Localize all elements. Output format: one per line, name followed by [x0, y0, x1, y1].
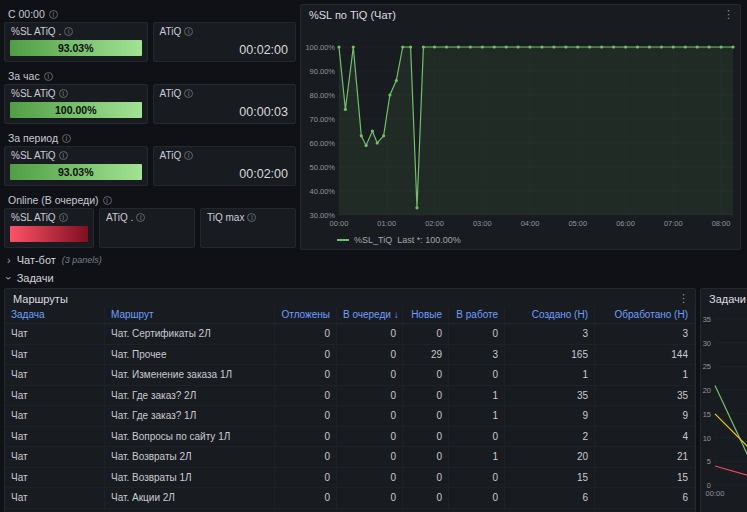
panel-title-text: %SL по TiQ (Чат): [309, 9, 396, 21]
table-cell: 9: [595, 406, 695, 427]
table-cell: 29: [403, 345, 449, 366]
panel-title-text: ATiQ: [160, 26, 182, 37]
table-cell: Чат: [5, 345, 105, 366]
info-icon[interactable]: i: [184, 89, 193, 98]
table-cell: Чат: [5, 468, 105, 489]
table-row[interactable]: ЧатЧат. Возвраты 1Л00001515: [5, 468, 695, 489]
svg-text:5: 5: [707, 457, 711, 466]
stat-value: 00:02:00: [239, 167, 288, 181]
table-cell: Чат. Где заказ? 2Л: [105, 386, 275, 407]
row-title-text: За час: [8, 70, 40, 82]
panel-title-text: %SL ATiQ .: [11, 26, 61, 37]
svg-text:0: 0: [707, 481, 711, 490]
column-header[interactable]: Новые: [403, 307, 449, 324]
panel-title-text: TiQ max: [207, 212, 244, 223]
svg-text:10: 10: [703, 434, 711, 443]
table-header: ЗадачаМаршрутОтложеныВ очереди ↓НовыеВ р…: [5, 307, 695, 324]
svg-text:05:00: 05:00: [568, 219, 587, 228]
tasks-chart[interactable]: 00:0035302520151050: [701, 309, 747, 512]
table-cell: Чат: [5, 406, 105, 427]
column-header[interactable]: Создано (Н): [505, 307, 595, 324]
info-icon[interactable]: i: [184, 151, 193, 160]
table-cell: 0: [449, 488, 505, 509]
table-cell: 165: [505, 345, 595, 366]
column-header[interactable]: В работе: [449, 307, 505, 324]
stat-panel-atiq: ATiQ i 00:02:00: [153, 146, 297, 186]
row-panel-count: (3 panels): [62, 255, 102, 265]
table-cell: 0: [403, 365, 449, 386]
column-header[interactable]: Маршрут: [105, 307, 275, 324]
table-cell: 6: [595, 488, 695, 509]
table-cell: Чат. Где заказ? 1Л: [105, 406, 275, 427]
panel-menu-icon[interactable]: ⋮: [678, 292, 689, 305]
table-cell: 0: [449, 427, 505, 448]
column-header[interactable]: Отложены: [275, 307, 337, 324]
panel-title-text: %SL ATiQ: [11, 150, 56, 161]
row-toggle-chatbot[interactable]: › Чат-бот (3 panels): [7, 254, 102, 266]
svg-text:07:00: 07:00: [664, 219, 683, 228]
panel-menu-icon[interactable]: ⋮: [723, 8, 734, 21]
svg-text:80.00%: 80.00%: [310, 91, 336, 100]
svg-text:30: 30: [703, 339, 711, 348]
info-icon[interactable]: i: [103, 196, 112, 205]
table-row[interactable]: ЧатЧат. Вопросы по сайту 1Л000024: [5, 427, 695, 448]
row-title-text: За период: [8, 132, 58, 144]
table-row[interactable]: ЧатЧат. Акции 2Л000066: [5, 488, 695, 509]
table-cell: 0: [403, 447, 449, 468]
row-title-s3[interactable]: Online (В очереди) i: [8, 193, 112, 207]
column-header[interactable]: В очереди ↓: [337, 307, 403, 324]
info-icon[interactable]: i: [59, 213, 68, 222]
table-row[interactable]: ЧатЧат. Где заказ? 2Л00013535: [5, 386, 695, 407]
table-cell: 0: [275, 324, 337, 345]
table-cell: 15: [595, 468, 695, 489]
row-toggle-tasks[interactable]: › Задачи: [7, 272, 54, 284]
table-cell: 0: [337, 386, 403, 407]
row-title-text: С 00:00: [8, 8, 45, 20]
table-row[interactable]: ЧатЧат. Возвраты 2Л00012021: [5, 447, 695, 468]
svg-text:00:00: 00:00: [330, 219, 349, 228]
table-cell: Чат: [5, 427, 105, 448]
stats-grid-0: %SL ATiQ . i 93.03% ATiQ i 00:02:00: [4, 22, 296, 62]
info-icon[interactable]: i: [59, 151, 68, 160]
table-cell: 0: [337, 447, 403, 468]
info-icon[interactable]: i: [59, 89, 68, 98]
table-cell: 144: [595, 345, 695, 366]
info-icon[interactable]: i: [136, 213, 145, 222]
panel-title: %SL по TiQ (Чат): [301, 5, 740, 21]
chart-legend[interactable]: %SL_TiQ Last *: 100.00%: [337, 235, 461, 245]
table-row[interactable]: ЧатЧат. Где заказ? 1Л000199: [5, 406, 695, 427]
svg-text:40.00%: 40.00%: [310, 187, 336, 196]
table-row[interactable]: ЧатЧат. Изменение заказа 1Л000011: [5, 365, 695, 386]
table-row[interactable]: ЧатЧат. Прочее00293165144: [5, 345, 695, 366]
table-cell: Чат: [5, 488, 105, 509]
svg-text:06:00: 06:00: [616, 219, 635, 228]
table-cell: 35: [595, 386, 695, 407]
legend-series-name[interactable]: %SL_TiQ: [354, 235, 392, 245]
row-label: Задачи: [17, 272, 54, 284]
info-icon[interactable]: i: [64, 27, 73, 36]
table-cell: 0: [403, 386, 449, 407]
table-row[interactable]: ЧатЧат. Сертификаты 2Л000033: [5, 324, 695, 345]
info-icon[interactable]: i: [247, 213, 256, 222]
svg-text:00:00: 00:00: [706, 489, 725, 498]
bar-gauge: 100.00%: [10, 102, 142, 118]
info-icon[interactable]: i: [49, 10, 58, 19]
row-title-s2[interactable]: За период i: [8, 131, 71, 145]
table-cell: 1: [505, 365, 595, 386]
info-icon[interactable]: i: [62, 134, 71, 143]
row-title-s0[interactable]: С 00:00 i: [8, 7, 58, 21]
stats-grid-2: %SL ATiQ i 93.03% ATiQ i 00:02:00: [4, 146, 296, 186]
table-cell: 0: [275, 345, 337, 366]
svg-text:35: 35: [703, 315, 711, 324]
info-icon[interactable]: i: [44, 72, 53, 81]
column-header[interactable]: Обработано (Н): [595, 307, 695, 324]
stat-panel-sl-online: %SL ATiQ i: [4, 208, 94, 248]
sl-tiq-chart[interactable]: 00:0001:0002:0003:0004:0005:0006:0007:00…: [305, 23, 742, 235]
column-header[interactable]: Задача: [5, 307, 105, 324]
panel-title-text: Маршруты: [13, 293, 68, 305]
table-cell: 9: [505, 406, 595, 427]
info-icon[interactable]: i: [184, 27, 193, 36]
panel-title-text: %SL ATiQ: [11, 88, 56, 99]
row-title-s1[interactable]: За час i: [8, 69, 53, 83]
table-cell: 15: [505, 468, 595, 489]
